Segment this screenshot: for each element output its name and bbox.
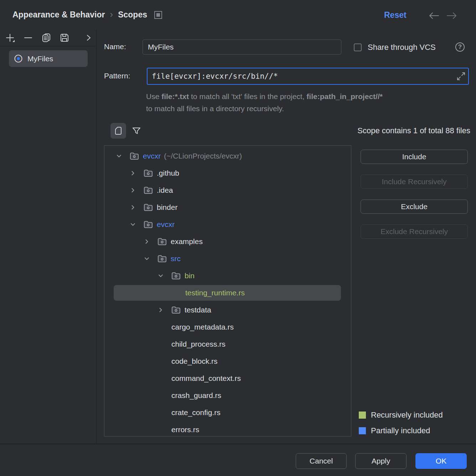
scope-icon [14, 54, 23, 63]
filter-button[interactable] [130, 125, 143, 137]
folder-icon [144, 203, 153, 212]
tree-item-label: crate_config.rs [171, 408, 221, 417]
sidebar-item-label: MyFiles [27, 55, 53, 63]
folder-icon [157, 255, 167, 263]
folder-icon [144, 186, 153, 195]
tree-item-label: command_context.rs [171, 374, 241, 383]
chevron-right-icon[interactable] [130, 187, 144, 193]
include-recursively-button[interactable]: Include Recursively [361, 175, 468, 189]
legend-label: Partially included [371, 426, 430, 435]
recursively-included-swatch [359, 412, 366, 419]
exclude-recursively-button[interactable]: Exclude Recursively [361, 224, 468, 239]
scope-summary: Scope contains 1 of total 88 files [357, 126, 470, 135]
legend-partially-included: Partially included [359, 426, 430, 435]
tree-row-binder[interactable]: binder [104, 199, 351, 216]
ok-button[interactable]: OK [415, 453, 467, 469]
folder-icon [130, 152, 139, 160]
help-segment: to match all 'txt' files in the project, [189, 92, 306, 100]
chevron-down-icon[interactable] [116, 153, 130, 159]
tree-item-label: testing_runtime.rs [185, 289, 245, 297]
tree-item-label: testdata [185, 306, 211, 314]
exclude-button[interactable]: Exclude [361, 200, 468, 214]
help-segment: file:*.txt [161, 92, 189, 100]
share-vcs-label: Share through VCS [368, 43, 436, 52]
tree-row-examples[interactable]: examples [104, 233, 351, 250]
sidebar-divider [96, 30, 97, 444]
cancel-button[interactable]: Cancel [296, 453, 347, 469]
sidebar-item-myfiles[interactable]: MyFiles [9, 50, 88, 67]
tree-item-label: code_block.rs [171, 357, 218, 366]
folder-icon [144, 169, 153, 177]
show-files-toggle[interactable] [110, 123, 126, 139]
back-arrow-icon[interactable] [428, 12, 440, 21]
breadcrumb: Appearance & Behavior › Scopes [12, 10, 162, 20]
share-vcs-checkbox[interactable] [354, 43, 362, 51]
tree-row-errors.rs[interactable]: errors.rs [104, 421, 351, 436]
chevron-right-icon[interactable] [158, 307, 171, 313]
tree-row-evcxr[interactable]: evcxr(~/CLionProjects/evcxr) [104, 148, 351, 165]
file-tree: evcxr(~/CLionProjects/evcxr).github.idea… [104, 145, 351, 436]
dialog-indicator-icon [154, 11, 162, 19]
include-button[interactable]: Include [361, 150, 468, 164]
pattern-help-line2: to match all files in a directory recurs… [146, 103, 470, 115]
tree-item-label: evcxr [157, 220, 175, 229]
help-icon[interactable]: ? [455, 42, 465, 52]
chevron-right-icon[interactable] [144, 239, 157, 244]
chevron-down-icon[interactable] [130, 222, 144, 227]
name-input[interactable] [143, 40, 341, 55]
help-segment: Use [146, 92, 161, 100]
tree-item-label: errors.rs [171, 425, 199, 434]
scopes-toolbar [0, 30, 96, 46]
tree-row-crate_config.rs[interactable]: crate_config.rs [104, 404, 351, 421]
partially-included-swatch [359, 427, 366, 434]
chevron-right-icon[interactable] [130, 170, 144, 176]
copy-scope-button[interactable] [41, 32, 51, 43]
tree-item-label: cargo_metadata.rs [171, 323, 234, 331]
legend-recursively-included: Recursively included [359, 410, 443, 420]
pattern-field [147, 68, 469, 85]
forward-arrow-icon[interactable] [446, 12, 457, 21]
chevron-down-icon[interactable] [144, 256, 157, 262]
tree-row-evcxr[interactable]: evcxr [104, 216, 351, 233]
folder-icon [171, 272, 181, 280]
chevron-right-icon[interactable] [86, 32, 92, 43]
tree-item-label: src [171, 254, 181, 263]
chevron-down-icon[interactable] [158, 273, 171, 279]
tree-row-crash_guard.rs[interactable]: crash_guard.rs [104, 387, 351, 404]
tree-item-label: evcxr [143, 152, 161, 160]
tree-row-code_block.rs[interactable]: code_block.rs [104, 353, 351, 370]
tree-item-label: .idea [157, 186, 173, 195]
pattern-input[interactable] [148, 68, 454, 84]
tree-item-path: (~/CLionProjects/evcxr) [164, 152, 242, 160]
file-icon [114, 126, 123, 136]
folder-icon [144, 221, 153, 229]
chevron-right-icon[interactable] [130, 205, 144, 210]
tree-item-label: .github [157, 169, 179, 177]
add-scope-button[interactable] [5, 32, 15, 43]
filter-icon [131, 126, 141, 136]
tree-row-child_process.rs[interactable]: child_process.rs [104, 336, 351, 353]
tree-row-command_context.rs[interactable]: command_context.rs [104, 370, 351, 387]
expand-icon[interactable] [454, 68, 468, 84]
breadcrumb-separator-icon: › [110, 10, 113, 20]
tree-item-label: bin [185, 271, 195, 280]
tree-item-label: child_process.rs [171, 340, 226, 348]
tree-item-label: binder [157, 203, 177, 212]
remove-scope-button[interactable] [23, 32, 33, 43]
legend-label: Recursively included [371, 410, 443, 420]
tree-row-.github[interactable]: .github [104, 165, 351, 182]
tree-item-label: examples [171, 237, 203, 246]
tree-row-.idea[interactable]: .idea [104, 182, 351, 199]
tree-row-testing_runtime.rs[interactable]: testing_runtime.rs [104, 284, 351, 301]
folder-icon [157, 238, 167, 246]
breadcrumb-appearance-behavior[interactable]: Appearance & Behavior [12, 10, 105, 20]
reset-button[interactable]: Reset [384, 10, 407, 20]
tree-row-testdata[interactable]: testdata [104, 301, 351, 319]
save-scope-button[interactable] [59, 32, 69, 43]
pattern-label: Pattern: [104, 72, 130, 80]
tree-row-bin[interactable]: bin [104, 267, 351, 284]
tree-row-cargo_metadata.rs[interactable]: cargo_metadata.rs [104, 319, 351, 336]
apply-button[interactable]: Apply [355, 453, 407, 469]
footer-divider [0, 444, 476, 444]
tree-row-src[interactable]: src [104, 250, 351, 267]
